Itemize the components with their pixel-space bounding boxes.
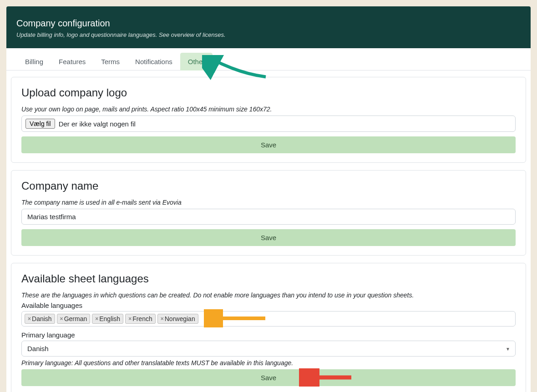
tag-label: Danish: [32, 315, 52, 322]
save-name-button[interactable]: Save: [21, 229, 516, 246]
primary-language-label: Primary language: [21, 331, 516, 339]
lang-tag[interactable]: × German: [57, 314, 91, 324]
page-header: Company configuration Update billing inf…: [6, 6, 531, 48]
save-logo-button[interactable]: Save: [21, 136, 516, 153]
primary-language-select[interactable]: Danish: [21, 341, 516, 357]
file-input[interactable]: Vælg fil Der er ikke valgt nogen fil: [21, 116, 516, 132]
tag-label: French: [132, 315, 152, 322]
arrow-langs-icon: [204, 309, 268, 327]
upload-logo-hint: Use your own logo on page, mails and pri…: [21, 106, 516, 113]
page-title: Company configuration: [16, 18, 521, 29]
tag-label: Norwegian: [165, 315, 195, 322]
company-name-hint: The company name is used in all e-mails …: [21, 199, 516, 206]
available-languages-label: Available languages: [21, 302, 516, 309]
tabs: Billing Features Terms Notifications Oth…: [6, 48, 531, 70]
remove-tag-icon[interactable]: ×: [60, 316, 63, 322]
card-company-name: Company name The company name is used in…: [11, 170, 526, 256]
tab-billing[interactable]: Billing: [17, 53, 51, 70]
tab-terms[interactable]: Terms: [93, 53, 127, 70]
remove-tag-icon[interactable]: ×: [95, 316, 98, 322]
company-name-input[interactable]: [21, 209, 516, 225]
page-subtitle: Update billing info, logo and questionna…: [16, 31, 521, 38]
lang-tag[interactable]: × English: [92, 314, 123, 324]
available-languages-input[interactable]: × Danish × German × English × French ×: [21, 311, 516, 327]
tab-notifications[interactable]: Notifications: [127, 53, 180, 70]
upload-logo-title: Upload company logo: [21, 86, 516, 99]
languages-title: Available sheet languages: [21, 272, 516, 285]
tag-label: English: [99, 315, 120, 322]
tab-features[interactable]: Features: [51, 53, 93, 70]
lang-tag[interactable]: × Danish: [25, 314, 55, 324]
company-name-title: Company name: [21, 180, 516, 192]
tag-label: German: [64, 315, 87, 322]
remove-tag-icon[interactable]: ×: [161, 316, 164, 322]
choose-file-button[interactable]: Vælg fil: [25, 119, 55, 129]
languages-hint: These are the languages in which questio…: [21, 291, 516, 299]
save-languages-button[interactable]: Save: [21, 369, 516, 386]
card-upload-logo: Upload company logo Use your own logo on…: [11, 77, 526, 163]
card-languages: Available sheet languages These are the …: [11, 263, 526, 392]
tab-other[interactable]: Other: [180, 53, 213, 70]
file-status-text: Der er ikke valgt nogen fil: [59, 120, 136, 128]
remove-tag-icon[interactable]: ×: [28, 316, 31, 322]
lang-tag[interactable]: × Norwegian: [157, 314, 198, 324]
lang-tag[interactable]: × French: [125, 314, 156, 324]
primary-language-hint: Primary language: All questions and othe…: [21, 359, 516, 367]
remove-tag-icon[interactable]: ×: [128, 316, 132, 322]
